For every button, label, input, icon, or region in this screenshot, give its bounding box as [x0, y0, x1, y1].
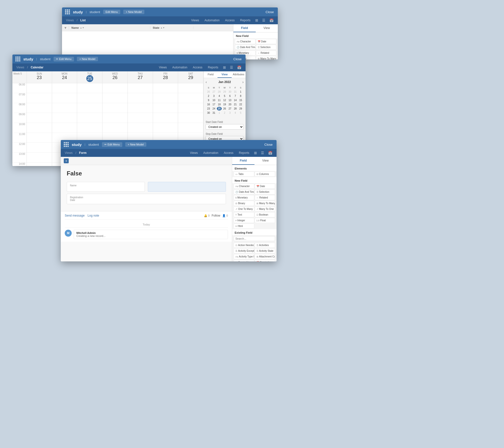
- cal-cell[interactable]: [153, 93, 178, 103]
- cal-cell[interactable]: [102, 113, 127, 123]
- mini-cal-day[interactable]: 10: [212, 98, 217, 102]
- close-btn-form[interactable]: Close: [263, 143, 274, 146]
- field-item-activity-except...[interactable]: ☰Activity Except...: [234, 248, 254, 253]
- grid-view-btn-form[interactable]: ⊞: [253, 150, 258, 155]
- cal-cell[interactable]: [102, 123, 127, 133]
- mini-cal-day[interactable]: 13: [227, 98, 232, 102]
- cal-cell[interactable]: [27, 103, 52, 113]
- th-state[interactable]: State ▲▼: [150, 26, 193, 29]
- new-model-btn-list[interactable]: + New Model: [123, 10, 144, 14]
- mini-cal-day[interactable]: 30: [206, 111, 211, 115]
- cal-cell[interactable]: [153, 113, 178, 123]
- field-item-activity-type-ic...[interactable]: AaActivity Type Ic...: [234, 254, 254, 259]
- mini-cal-day[interactable]: 15: [238, 98, 243, 102]
- mini-cal-day[interactable]: 19: [222, 103, 227, 106]
- cal-cell[interactable]: [27, 93, 52, 103]
- grid-view-btn-cal[interactable]: ⊞: [222, 65, 227, 70]
- cal-cell[interactable]: [77, 93, 102, 103]
- mini-cal-day[interactable]: 14: [233, 98, 238, 102]
- field-item-many-to-many[interactable]: ⊞Many To Many: [255, 201, 275, 206]
- field-item-date[interactable]: 📅Date: [255, 184, 275, 189]
- grid-view-btn-list[interactable]: ⊞: [254, 18, 259, 23]
- field-item-related[interactable]: ↔Related: [255, 195, 275, 200]
- mini-cal-day[interactable]: 20: [227, 103, 232, 106]
- cal-cell[interactable]: [52, 93, 77, 103]
- cal-cell[interactable]: [153, 123, 178, 133]
- mini-cal-day[interactable]: 16: [206, 103, 211, 106]
- add-element-btn[interactable]: +: [64, 158, 69, 163]
- field-item-binary[interactable]: ⊟Binary: [234, 201, 254, 206]
- cal-cell[interactable]: [77, 103, 102, 113]
- close-btn-list[interactable]: Close: [265, 10, 275, 14]
- cal-cell[interactable]: [102, 83, 127, 93]
- edit-menu-btn-cal[interactable]: ✏ Edit Menu: [54, 57, 74, 61]
- mini-cal-prev[interactable]: ‹: [206, 80, 207, 84]
- mini-cal-day[interactable]: 31: [212, 111, 217, 115]
- list-view-btn-list[interactable]: ☰: [261, 18, 267, 23]
- field-item-float[interactable]: 1.0Float: [255, 218, 275, 223]
- mini-cal-day[interactable]: 28: [233, 107, 238, 111]
- mini-cal-day[interactable]: 25: [217, 107, 222, 111]
- new-model-btn-cal[interactable]: + New Model: [77, 57, 98, 61]
- cal-cell[interactable]: [153, 83, 178, 93]
- panel-tab-view-list[interactable]: View: [256, 24, 278, 32]
- mini-cal-day[interactable]: 5: [222, 94, 227, 98]
- mini-cal-day[interactable]: 23: [206, 107, 211, 111]
- field-item-html[interactable]: HHtml: [234, 224, 254, 229]
- field-item-activity-state[interactable]: ☰Activity State: [255, 248, 275, 253]
- cal-cell[interactable]: [27, 133, 52, 143]
- cal-cell[interactable]: [178, 93, 203, 103]
- tab-reports-cal[interactable]: Reports: [206, 65, 220, 70]
- field-item-attachment-co...[interactable]: ⊞Attachment Co...: [255, 254, 275, 259]
- cal-cell[interactable]: [102, 93, 127, 103]
- cal-cell[interactable]: [52, 83, 77, 93]
- existing-field-search-form[interactable]: [234, 236, 275, 241]
- cal-cell[interactable]: [178, 103, 203, 113]
- new-model-btn-form[interactable]: + New Model: [125, 142, 146, 147]
- field-item-monetary[interactable]: $Monetary: [234, 195, 254, 200]
- cal-cell[interactable]: [77, 83, 102, 93]
- mini-cal-day[interactable]: 3: [227, 111, 232, 115]
- follow-btn[interactable]: Follow: [212, 214, 220, 217]
- tab-automation-form[interactable]: Automation: [201, 150, 220, 155]
- field-item-selection[interactable]: ☰Selection: [255, 189, 275, 195]
- tab-views-cal[interactable]: Views: [157, 65, 169, 70]
- cal-cell[interactable]: [128, 83, 153, 93]
- th-name[interactable]: Name ▲▼: [69, 26, 150, 29]
- mini-cal-day[interactable]: 27: [212, 90, 217, 94]
- cal-cell[interactable]: [178, 123, 203, 133]
- cal-cell[interactable]: [27, 163, 52, 166]
- field-item-date[interactable]: 📅Date: [256, 39, 277, 44]
- mini-cal-day[interactable]: 6: [227, 94, 232, 98]
- form-field-name[interactable]: Name: [67, 182, 145, 192]
- mini-cal-day[interactable]: 9: [206, 98, 211, 102]
- mini-cal-day[interactable]: 26: [206, 90, 211, 94]
- list-view-btn-form[interactable]: ☰: [260, 150, 265, 155]
- cal-cell[interactable]: [102, 103, 127, 113]
- field-item-date-and-time[interactable]: 🕐Date And Time: [234, 189, 254, 195]
- tab-views-list[interactable]: Views: [189, 18, 201, 23]
- tab-access-cal[interactable]: Access: [191, 65, 204, 70]
- field-item-one-to-many[interactable]: ↗One To Many: [234, 206, 254, 212]
- cal-cell[interactable]: [52, 103, 77, 113]
- field-item-date-and-time[interactable]: 🕐Date And Time: [235, 45, 255, 50]
- mini-cal-day[interactable]: 21: [233, 103, 238, 106]
- field-item-related[interactable]: ↔Related: [256, 50, 277, 56]
- cal-cell[interactable]: [178, 83, 203, 93]
- cal-cell[interactable]: [27, 123, 52, 133]
- mini-cal-day[interactable]: 29: [238, 107, 243, 111]
- field-item-selection[interactable]: ☰Selection: [256, 45, 277, 50]
- mini-cal-day[interactable]: 2: [222, 111, 227, 115]
- log-note-btn[interactable]: Log note: [88, 214, 99, 217]
- mini-cal-day[interactable]: 12: [222, 98, 227, 102]
- panel-tab-view-form[interactable]: View: [254, 157, 277, 165]
- list-view-btn-cal[interactable]: ☰: [229, 65, 234, 70]
- panel-tab-field-form[interactable]: Field: [232, 157, 254, 165]
- mini-cal-day[interactable]: 22: [238, 103, 243, 106]
- cal-cell[interactable]: [52, 113, 77, 123]
- cal-view-btn-list[interactable]: 📅: [268, 18, 275, 23]
- edit-menu-btn-form[interactable]: ✏ Edit Menu: [102, 142, 123, 147]
- start-date-select[interactable]: Created on: [206, 124, 244, 130]
- cal-tab-field[interactable]: Field: [204, 71, 218, 78]
- panel-tab-field-list[interactable]: Field: [233, 24, 256, 32]
